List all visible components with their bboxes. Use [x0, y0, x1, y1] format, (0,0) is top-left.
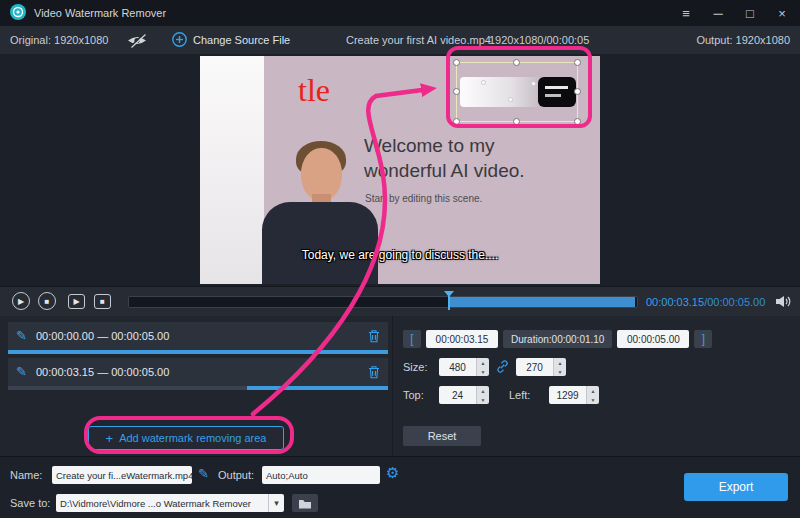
width-stepper-arrows[interactable]: ▲ ▼ [476, 358, 489, 376]
preview-area: tle Welcome to my wonderful AI video. St… [0, 54, 800, 286]
timeline-slider[interactable] [128, 296, 638, 308]
selection-handle[interactable] [453, 59, 460, 66]
close-icon[interactable]: × [774, 7, 790, 20]
window-controls: ≡ ─ □ × [678, 7, 790, 20]
stop-button[interactable]: ■ [38, 292, 56, 310]
export-button[interactable]: Export [684, 473, 788, 501]
output-resolution-label: Output: 1920x1080 [696, 26, 790, 54]
app-logo-icon [10, 4, 26, 22]
watermark-logo-blob [538, 77, 576, 107]
stepper-down-icon[interactable]: ▼ [554, 367, 566, 376]
play-button[interactable]: ▶ [12, 292, 30, 310]
video-frame[interactable]: tle Welcome to my wonderful AI video. St… [200, 56, 600, 284]
current-file-name: Create your first AI video.mp4 [346, 26, 491, 54]
save-to-label: Save to: [10, 497, 50, 509]
duration-display: Duration:00:00:01.10 [503, 330, 612, 348]
play-clip-button[interactable]: ▶ [68, 294, 85, 309]
reset-button[interactable]: Reset [403, 426, 481, 446]
selection-handle[interactable] [513, 59, 520, 66]
delete-track-icon[interactable] [368, 329, 380, 345]
play-clip-icon: ▶ [73, 297, 79, 306]
selection-handle[interactable] [574, 118, 581, 125]
watermark-track-row[interactable]: ✎ 00:00:00.00 — 00:00:05.00 [8, 322, 388, 354]
track-duration-bar [8, 350, 388, 354]
plus-icon: + [106, 431, 114, 446]
maximize-icon[interactable]: □ [742, 7, 758, 20]
selection-handle[interactable] [453, 88, 460, 95]
left-value[interactable]: 1299 [549, 386, 586, 404]
top-stepper[interactable]: 24 ▲ ▼ [439, 386, 489, 404]
start-time-field[interactable]: 00:00:03.15 [426, 330, 498, 348]
stepper-up-icon[interactable]: ▲ [477, 386, 489, 395]
track-time-range: 00:00:00.00 — 00:00:05.00 [36, 330, 169, 342]
video-subline-text: Start by editing this scene. [365, 193, 482, 204]
watermark-track-row[interactable]: ✎ 00:00:03.15 — 00:00:05.00 [8, 358, 388, 390]
timeline-selected-segment [449, 297, 635, 307]
volume-button[interactable] [775, 295, 792, 310]
save-path-value: D:\Vidmore\Vidmore ...o Watermark Remove… [56, 498, 268, 509]
playhead-line [448, 296, 450, 310]
minimize-icon[interactable]: ─ [710, 7, 726, 20]
current-time: 00:00:03.15 [646, 296, 704, 308]
stepper-down-icon[interactable]: ▼ [477, 367, 489, 376]
stepper-up-icon[interactable]: ▲ [554, 358, 566, 367]
presenter-body [262, 202, 378, 284]
add-watermark-area-button[interactable]: + Add watermark removing area [88, 426, 284, 450]
size-label: Size: [403, 361, 433, 373]
change-source-file-button[interactable]: Change Source File [172, 26, 290, 54]
track-time-range: 00:00:03.15 — 00:00:05.00 [36, 366, 169, 378]
name-field[interactable]: Create your fi...eWatermark.mp4 [52, 466, 192, 484]
time-display: 00:00:03.15/00:00:05.00 [646, 296, 765, 308]
set-start-bracket-button[interactable]: [ [403, 330, 421, 348]
selection-handle[interactable] [574, 88, 581, 95]
stop-icon: ■ [45, 297, 50, 306]
output-label: Output: [218, 469, 254, 481]
stop-clip-button[interactable]: ■ [94, 294, 111, 309]
browse-folder-button[interactable] [292, 494, 318, 512]
width-stepper[interactable]: 480 ▲ ▼ [439, 358, 489, 376]
edit-name-pencil-icon[interactable]: ✎ [198, 466, 209, 481]
height-stepper-arrows[interactable]: ▲ ▼ [553, 358, 566, 376]
footer-bar: Name: Create your fi...eWatermark.mp4 ✎ … [0, 456, 800, 518]
stop-clip-icon: ■ [100, 297, 105, 306]
stepper-up-icon[interactable]: ▲ [587, 386, 599, 395]
add-watermark-area-label: Add watermark removing area [119, 432, 266, 444]
set-end-bracket-button[interactable]: ] [694, 330, 712, 348]
toolbar: Original: 1920x1080 Change Source File C… [0, 26, 800, 54]
top-stepper-arrows[interactable]: ▲ ▼ [476, 386, 489, 404]
save-path-dropdown[interactable]: D:\Vidmore\Vidmore ...o Watermark Remove… [56, 494, 284, 512]
left-stepper[interactable]: 1299 ▲ ▼ [549, 386, 599, 404]
video-caption-text: Today, we are going to discuss the.... [200, 248, 600, 262]
stepper-down-icon[interactable]: ▼ [477, 395, 489, 404]
watermark-settings-panel: [ 00:00:03.15 Duration:00:00:01.10 00:00… [392, 316, 800, 456]
stepper-up-icon[interactable]: ▲ [477, 358, 489, 367]
watermark-selection-box[interactable] [456, 62, 578, 122]
top-value[interactable]: 24 [439, 386, 476, 404]
output-format-field[interactable]: Auto;Auto [262, 466, 380, 484]
blurred-watermark-streak [460, 77, 574, 107]
original-resolution-label: Original: 1920x1080 [10, 26, 108, 54]
title-bar: Video Watermark Remover ≡ ─ □ × [0, 0, 800, 26]
selection-handle[interactable] [453, 118, 460, 125]
menu-icon[interactable]: ≡ [678, 7, 694, 20]
selection-handle[interactable] [513, 118, 520, 125]
selection-handle[interactable] [574, 59, 581, 66]
left-stepper-arrows[interactable]: ▲ ▼ [586, 386, 599, 404]
video-headline-text: Welcome to my wonderful AI video. [364, 134, 582, 183]
top-label: Top: [403, 389, 433, 401]
watermark-text-fragment: tle [298, 72, 330, 109]
delete-track-icon[interactable] [368, 365, 380, 381]
track-duration-bar [8, 386, 388, 390]
height-stepper[interactable]: 270 ▲ ▼ [516, 358, 566, 376]
hide-preview-eye-icon[interactable] [126, 26, 148, 54]
stepper-down-icon[interactable]: ▼ [587, 395, 599, 404]
height-value[interactable]: 270 [516, 358, 553, 376]
output-settings-gear-icon[interactable]: ⚙ [386, 464, 399, 482]
plus-circle-icon [172, 32, 187, 49]
watermark-tracks-panel: ✎ 00:00:00.00 — 00:00:05.00 ✎ 00:00:03.1… [0, 316, 392, 456]
link-ratio-icon[interactable] [495, 359, 510, 376]
playhead-marker[interactable] [444, 291, 454, 297]
chevron-down-icon[interactable]: ▾ [268, 494, 284, 512]
end-time-field[interactable]: 00:00:05.00 [617, 330, 689, 348]
width-value[interactable]: 480 [439, 358, 476, 376]
